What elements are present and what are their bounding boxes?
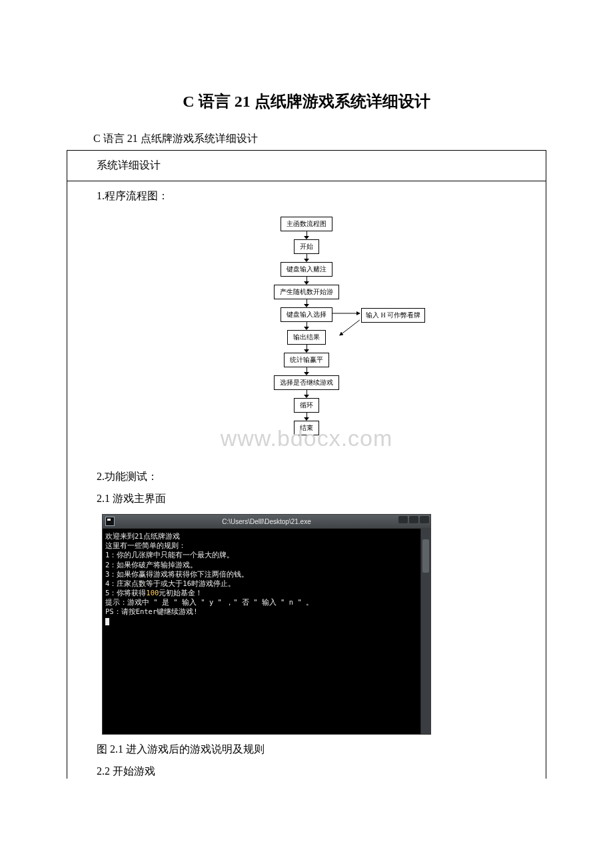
console-scrollbar[interactable] — [420, 529, 430, 734]
console-cursor — [105, 618, 109, 625]
flow-input-choice: 键盘输入选择 — [281, 307, 332, 322]
console-line: 1：你的几张牌中只能有一个最大的牌。 — [105, 551, 234, 559]
flow-input-bet: 键盘输入赌注 — [281, 262, 332, 277]
flow-stats: 统计输赢平 — [284, 353, 329, 367]
section-header: 系统详细设计 — [97, 159, 516, 173]
console-line: 元初始基金！ — [159, 589, 203, 597]
section-2: 2.功能测试： — [97, 470, 516, 484]
flow-end: 结束 — [294, 421, 319, 435]
console-line: 5：你将获得 — [105, 589, 146, 597]
console-line: 提示：游戏中 " 是 " 输入 " y " ，" 否 " 输入 " n " 。 — [105, 598, 313, 606]
console-highlight: 100 — [146, 589, 159, 597]
console-line: 这里有一些简单的规则： — [105, 541, 186, 549]
console-titlebar: C:\Users\Delll\Desktop\21.exe — [102, 514, 431, 528]
intro-text: C 语言 21 点纸牌游戏系统详细设计 — [93, 132, 546, 146]
flow-start: 开始 — [294, 239, 319, 254]
close-button[interactable] — [420, 516, 429, 523]
flow-side-cheat: 输入 H 可作弊看牌 — [361, 308, 425, 323]
console-line: 4：庄家点数等于或大于16时游戏停止。 — [105, 579, 235, 587]
console-title-text: C:\Users\Delll\Desktop\21.exe — [222, 518, 310, 525]
section-2-2: 2.2 开始游戏 — [97, 765, 516, 779]
console-icon — [105, 517, 115, 526]
minimize-button[interactable] — [398, 516, 408, 523]
flowchart-area: 主函数流程图 开始 键盘输入赌注 产生随机数开始游 键盘输入选择 输出结果 统计… — [67, 217, 546, 457]
flow-continue: 选择是否继续游戏 — [274, 375, 339, 390]
maximize-button[interactable] — [409, 516, 418, 523]
console-line: 2：如果你破产将输掉游戏。 — [105, 561, 197, 569]
flow-title: 主函数流程图 — [281, 217, 332, 231]
page-title: C 语言 21 点纸牌游戏系统详细设计 — [67, 91, 546, 112]
flow-output: 输出结果 — [287, 330, 326, 345]
content-box: 系统详细设计 1.程序流程图： 主函数流程图 开始 键盘输入赌注 产生随机数开始… — [67, 150, 546, 779]
console-body: 欢迎来到21点纸牌游戏 这里有一些简单的规则： 1：你的几张牌中只能有一个最大的… — [102, 528, 431, 735]
console-window: C:\Users\Delll\Desktop\21.exe 欢迎来到21点纸牌游… — [102, 514, 431, 735]
section-2-1: 2.1 游戏主界面 — [97, 492, 516, 506]
console-line: 欢迎来到21点纸牌游戏 — [105, 532, 180, 540]
section-1: 1.程序流程图： — [97, 189, 516, 203]
console-line: 3：如果你赢得游戏将获得你下注两倍的钱。 — [105, 570, 249, 578]
flow-random: 产生随机数开始游 — [274, 285, 339, 299]
console-line: PS：请按Enter键继续游戏! — [105, 607, 198, 615]
figure-caption-2-1: 图 2.1 进入游戏后的游戏说明及规则 — [97, 743, 516, 757]
flow-loop: 循环 — [294, 398, 319, 413]
